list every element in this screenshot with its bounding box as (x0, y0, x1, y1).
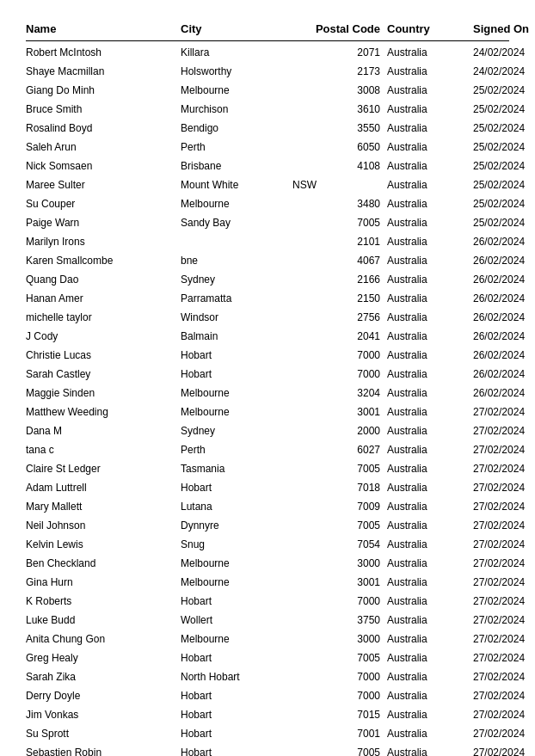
cell-postal: 7005 (292, 518, 387, 533)
cell-country: Australia (387, 101, 473, 117)
cell-name: Saleh Arun (26, 139, 181, 155)
cell-postal: 2000 (292, 423, 387, 439)
cell-city: Windsor (181, 310, 292, 325)
cell-postal: 7005 (292, 461, 387, 476)
cell-name: Robert McIntosh (26, 45, 181, 60)
cell-name: Matthew Weeding (26, 404, 181, 420)
cell-country: Australia (387, 480, 473, 495)
cell-country: Australia (387, 556, 473, 571)
table-row: Sarah ZikaNorth Hobart7000Australia27/02… (26, 667, 509, 686)
cell-name: K Roberts (26, 593, 181, 609)
cell-city: Sydney (181, 423, 292, 439)
table-row: K RobertsHobart7000Australia27/02/2024 (26, 592, 509, 611)
cell-signed-on: 26/02/2024 (473, 234, 535, 249)
cell-signed-on: 24/02/2024 (473, 45, 535, 60)
cell-city: Dynnyre (181, 518, 292, 533)
cell-signed-on: 27/02/2024 (473, 442, 535, 458)
cell-name: Ben Checkland (26, 556, 181, 571)
table-row: Robert McIntoshKillara2071Australia24/02… (26, 43, 509, 62)
cell-postal: 2166 (292, 272, 387, 287)
data-table: Name City Postal Code Country Signed On … (26, 17, 509, 756)
cell-city: bne (181, 253, 292, 268)
cell-postal: 7005 (292, 650, 387, 666)
cell-signed-on: 26/02/2024 (473, 329, 535, 344)
cell-signed-on: 26/02/2024 (473, 347, 535, 363)
cell-city: Hobart (181, 707, 292, 722)
cell-city: Hobart (181, 480, 292, 495)
cell-postal: 7000 (292, 593, 387, 609)
col-header-country: Country (387, 22, 473, 35)
cell-signed-on: 27/02/2024 (473, 404, 535, 420)
cell-country: Australia (387, 45, 473, 60)
cell-postal: 2150 (292, 291, 387, 306)
cell-name: Su Sprott (26, 726, 181, 741)
cell-name: Neil Johnson (26, 518, 181, 533)
cell-name: Greg Healy (26, 650, 181, 666)
cell-signed-on: 26/02/2024 (473, 272, 535, 287)
cell-city: Melbourne (181, 385, 292, 401)
cell-country: Australia (387, 253, 473, 268)
cell-name: Anita Chung Gon (26, 631, 181, 647)
cell-postal: 2101 (292, 234, 387, 249)
cell-postal: 7000 (292, 688, 387, 704)
cell-country: Australia (387, 83, 473, 98)
cell-postal: 2173 (292, 64, 387, 79)
cell-country: Australia (387, 423, 473, 439)
table-row: Marilyn Irons2101Australia26/02/2024 (26, 232, 509, 251)
cell-name: Maree Sulter (26, 177, 181, 193)
cell-signed-on: 27/02/2024 (473, 461, 535, 476)
cell-city: Brisbane (181, 158, 292, 174)
cell-postal: 2756 (292, 310, 387, 325)
table-row: Paige WarnSandy Bay7005Australia25/02/20… (26, 213, 509, 232)
cell-name: Hanan Amer (26, 291, 181, 306)
cell-signed-on: 25/02/2024 (473, 83, 535, 98)
cell-postal: 7054 (292, 537, 387, 552)
cell-country: Australia (387, 347, 473, 363)
cell-signed-on: 26/02/2024 (473, 253, 535, 268)
cell-city: Balmain (181, 329, 292, 344)
cell-name: Sarah Zika (26, 669, 181, 685)
cell-country: Australia (387, 310, 473, 325)
table-row: Kelvin LewisSnug7054Australia27/02/2024 (26, 535, 509, 554)
col-header-postal: Postal Code (292, 22, 387, 35)
table-row: Mary MallettLutana7009Australia27/02/202… (26, 497, 509, 516)
cell-country: Australia (387, 139, 473, 155)
cell-postal: NSW (292, 177, 387, 193)
table-row: Saleh ArunPerth6050Australia25/02/2024 (26, 138, 509, 157)
cell-city: North Hobart (181, 669, 292, 685)
cell-signed-on: 26/02/2024 (473, 291, 535, 306)
cell-country: Australia (387, 575, 473, 590)
cell-signed-on: 27/02/2024 (473, 593, 535, 609)
table-row: Su SprottHobart7001Australia27/02/2024 (26, 724, 509, 743)
cell-name: Claire St Ledger (26, 461, 181, 476)
cell-country: Australia (387, 158, 473, 174)
cell-name: Christie Lucas (26, 347, 181, 363)
cell-signed-on: 27/02/2024 (473, 518, 535, 533)
cell-name: Su Couper (26, 196, 181, 212)
cell-postal: 3000 (292, 556, 387, 571)
cell-name: Sebastien Robin (26, 745, 181, 756)
cell-postal: 7015 (292, 707, 387, 722)
cell-postal: 7018 (292, 480, 387, 495)
cell-city: Hobart (181, 688, 292, 704)
cell-postal: 3001 (292, 575, 387, 590)
cell-postal: 3000 (292, 631, 387, 647)
cell-country: Australia (387, 631, 473, 647)
cell-country: Australia (387, 120, 473, 136)
table-row: tana cPerth6027Australia27/02/2024 (26, 440, 509, 459)
cell-signed-on: 27/02/2024 (473, 631, 535, 647)
table-row: Nick SomsaenBrisbane4108Australia25/02/2… (26, 157, 509, 175)
cell-signed-on: 26/02/2024 (473, 310, 535, 325)
cell-postal: 3001 (292, 404, 387, 420)
table-row: J CodyBalmain2041Australia26/02/2024 (26, 327, 509, 346)
table-row: Matthew WeedingMelbourne3001Australia27/… (26, 403, 509, 421)
cell-signed-on: 27/02/2024 (473, 480, 535, 495)
cell-city: Bendigo (181, 120, 292, 136)
cell-country: Australia (387, 234, 473, 249)
cell-city: Parramatta (181, 291, 292, 306)
cell-postal: 7005 (292, 215, 387, 230)
cell-city: Wollert (181, 612, 292, 628)
cell-signed-on: 25/02/2024 (473, 177, 535, 193)
cell-name: Jim Vonkas (26, 707, 181, 722)
table-body: Robert McIntoshKillara2071Australia24/02… (26, 43, 509, 756)
